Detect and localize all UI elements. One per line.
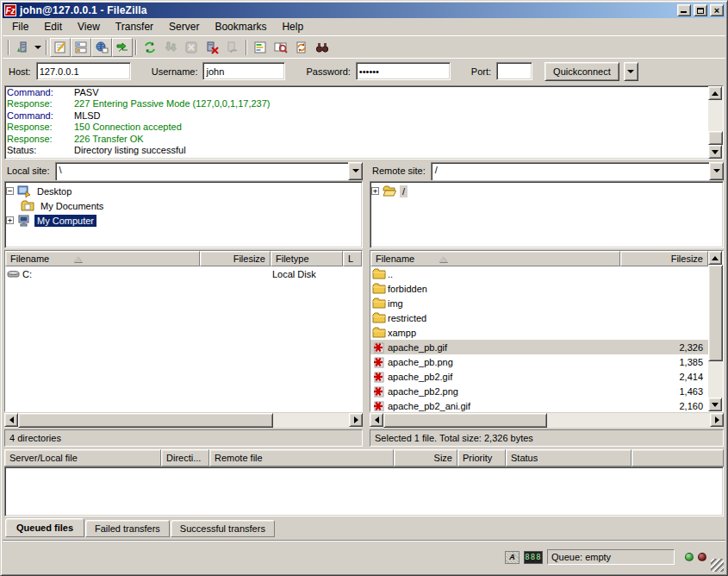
synchronized-browsing-button[interactable]	[291, 38, 312, 57]
menu-edit[interactable]: Edit	[36, 19, 70, 34]
column-header-filetype[interactable]: Filetype	[271, 251, 343, 266]
queue-column-size[interactable]: Size	[394, 449, 457, 466]
expand-toggle[interactable]: +	[371, 187, 379, 195]
remote-file-row[interactable]: apache_pb.png 1,385	[370, 354, 708, 369]
scroll-down-button[interactable]	[708, 145, 722, 159]
collapse-toggle[interactable]: −	[6, 187, 14, 195]
toggle-remote-tree-button[interactable]	[91, 38, 112, 57]
column-header-filename[interactable]: Filename	[370, 251, 620, 266]
quickconnect-button[interactable]: Quickconnect	[544, 62, 619, 81]
speed-limit-indicator[interactable]: 888	[524, 551, 543, 564]
remote-file-row[interactable]: apache_pb2.gif 2,414	[370, 369, 708, 384]
scroll-thumb[interactable]	[18, 413, 273, 428]
queue-column-priority[interactable]: Priority	[457, 449, 506, 466]
pane-splitter[interactable]	[363, 161, 370, 447]
maximize-button[interactable]	[694, 4, 707, 16]
queue-column-server-local-file[interactable]: Server/Local file	[4, 449, 161, 466]
menu-server[interactable]: Server	[161, 19, 207, 34]
local-site-combo[interactable]: \	[55, 162, 363, 180]
tree-label[interactable]: My Documents	[38, 200, 106, 212]
tree-item-root[interactable]: + /	[371, 184, 722, 198]
titlebar[interactable]: Fz john@127.0.0.1 - FileZilla ×	[3, 3, 725, 18]
log-scrollbar[interactable]	[708, 86, 723, 159]
toggle-transfer-queue-button[interactable]	[112, 38, 133, 57]
toggle-message-log-button[interactable]	[50, 38, 71, 57]
site-manager-dropdown-button[interactable]	[33, 38, 43, 57]
scroll-thumb[interactable]	[708, 131, 723, 145]
remote-file-row[interactable]: apache_pb2_ani.gif 2,160	[370, 398, 708, 411]
menu-transfer[interactable]: Transfer	[108, 19, 161, 34]
remote-vertical-scrollbar[interactable]	[708, 251, 723, 411]
process-queue-button[interactable]	[160, 38, 181, 57]
cancel-operation-button[interactable]	[181, 38, 202, 57]
scroll-left-button[interactable]	[4, 413, 18, 427]
remote-file-row[interactable]: xampp	[370, 325, 708, 340]
refresh-icon	[143, 41, 157, 54]
sync-browsing-icon	[295, 41, 308, 54]
quickconnect-dropdown-button[interactable]	[624, 62, 638, 81]
scroll-right-button[interactable]	[710, 413, 724, 427]
find-files-button[interactable]	[312, 38, 333, 57]
remote-file-row[interactable]: ..	[370, 266, 708, 281]
queue-column-direction[interactable]: Directi...	[161, 449, 209, 466]
tab-successful-transfers[interactable]: Successful transfers	[171, 520, 275, 537]
remote-file-row[interactable]: forbidden	[370, 281, 708, 296]
remote-file-row[interactable]: img	[370, 296, 708, 310]
menu-help[interactable]: Help	[274, 19, 311, 34]
tree-label-selected[interactable]: My Computer	[34, 215, 96, 227]
queue-column-empty[interactable]	[632, 449, 724, 466]
column-header-filesize[interactable]: Filesize	[200, 251, 271, 266]
scroll-left-button[interactable]	[370, 413, 383, 427]
remote-file-row[interactable]: apache_pb2.png 1,463	[370, 384, 708, 398]
password-input[interactable]	[356, 62, 451, 80]
port-input[interactable]	[496, 62, 532, 80]
queue-column-remote-file[interactable]: Remote file	[209, 449, 394, 466]
menu-bookmarks[interactable]: Bookmarks	[207, 19, 274, 34]
tab-queued-files[interactable]: Queued files	[5, 518, 84, 537]
scroll-right-button[interactable]	[349, 413, 363, 427]
local-site-dropdown-button[interactable]	[348, 162, 363, 180]
tree-item-my-computer[interactable]: + My Computer	[6, 213, 361, 228]
expand-toggle[interactable]: +	[6, 216, 14, 224]
reconnect-button[interactable]	[222, 38, 243, 57]
tree-item-desktop[interactable]: − Desktop	[6, 184, 361, 198]
remote-site-dropdown-button[interactable]	[709, 162, 724, 180]
column-header-filesize[interactable]: Filesize	[620, 251, 708, 266]
refresh-button[interactable]	[140, 38, 160, 57]
column-header-lastmodified[interactable]: L	[343, 251, 362, 266]
local-horizontal-scrollbar[interactable]	[4, 413, 363, 428]
menu-view[interactable]: View	[70, 19, 108, 34]
tree-label-selected[interactable]: /	[400, 185, 408, 197]
scroll-down-button[interactable]	[708, 398, 722, 411]
host-input[interactable]	[36, 62, 131, 80]
minimize-button[interactable]	[677, 4, 691, 16]
remote-file-row[interactable]: restricted	[370, 310, 708, 325]
column-header-filename[interactable]: Filename	[5, 251, 200, 266]
username-input[interactable]	[202, 62, 285, 80]
tab-failed-transfers[interactable]: Failed transfers	[85, 520, 170, 537]
scroll-thumb[interactable]	[708, 265, 723, 361]
remote-site-value[interactable]: /	[431, 162, 709, 180]
scroll-thumb[interactable]	[383, 413, 547, 428]
remote-site-combo[interactable]: /	[431, 162, 724, 180]
site-manager-button[interactable]	[12, 38, 33, 57]
resize-grip[interactable]	[711, 559, 724, 572]
port-label: Port:	[471, 66, 492, 77]
scroll-up-button[interactable]	[708, 251, 722, 265]
close-button[interactable]: ×	[710, 4, 724, 16]
directory-comparison-button[interactable]	[271, 38, 291, 57]
maximize-icon	[697, 8, 704, 14]
local-site-value[interactable]: \	[55, 162, 348, 180]
tree-item-my-documents[interactable]: My Documents	[6, 198, 361, 213]
queue-column-status[interactable]: Status	[506, 449, 632, 466]
transfer-type-indicator[interactable]: A	[505, 551, 520, 564]
remote-horizontal-scrollbar[interactable]	[370, 413, 724, 428]
tree-label[interactable]: Desktop	[34, 185, 74, 197]
local-file-row[interactable]: C: Local Disk	[5, 266, 362, 281]
disconnect-button[interactable]	[202, 38, 222, 57]
menu-file[interactable]: File	[4, 19, 36, 34]
remote-file-row-selected[interactable]: apache_pb.gif 2,326	[370, 340, 708, 354]
toggle-local-tree-button[interactable]	[71, 38, 91, 57]
scroll-up-button[interactable]	[708, 86, 722, 100]
directory-filter-button[interactable]	[250, 38, 271, 57]
